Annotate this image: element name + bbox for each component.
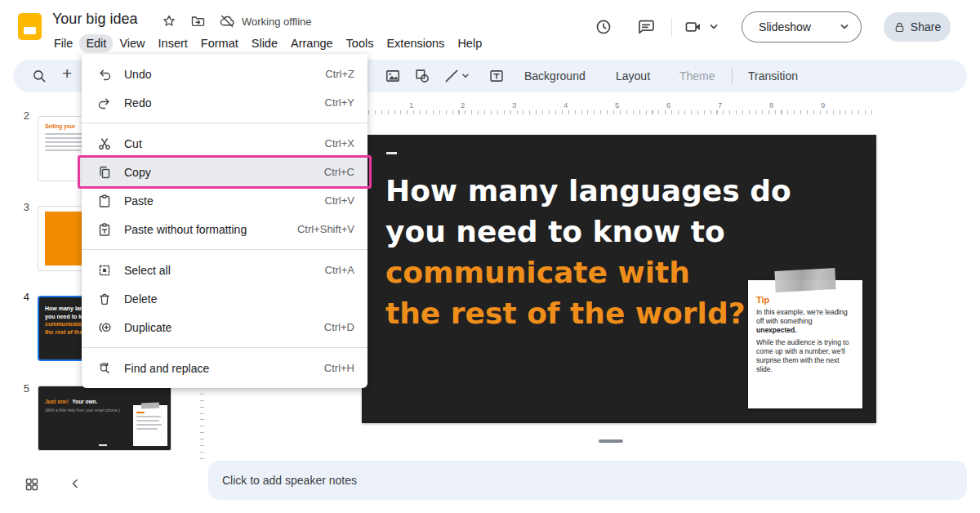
document-title[interactable]: Your big idea bbox=[52, 11, 137, 28]
redo-icon bbox=[96, 96, 113, 110]
lock-icon bbox=[893, 21, 906, 33]
menu-view[interactable]: View bbox=[113, 34, 151, 52]
menu-item-select-all[interactable]: Select all Ctrl+A bbox=[82, 256, 368, 284]
offline-status-text: Working offline bbox=[242, 16, 312, 28]
tip-paragraph-2: While the audience is trying to come up … bbox=[756, 338, 854, 374]
insert-line-icon[interactable] bbox=[443, 68, 460, 84]
menu-item-paste-without-formatting[interactable]: Paste without formatting Ctrl+Shift+V bbox=[82, 215, 368, 243]
menu-tools[interactable]: Tools bbox=[340, 34, 381, 52]
slide-dash-element[interactable] bbox=[386, 152, 397, 154]
layout-button[interactable]: Layout bbox=[608, 66, 658, 86]
topbar-divider bbox=[671, 18, 672, 36]
share-button[interactable]: Share bbox=[884, 12, 951, 42]
tip-card[interactable]: Tip In this example, we're leading off w… bbox=[748, 280, 862, 408]
edit-menu-popup: Undo Ctrl+Z Redo Ctrl+Y Cut Ctrl+X Copy … bbox=[82, 54, 368, 388]
heading-line: you need to know to bbox=[385, 212, 843, 252]
menu-file[interactable]: File bbox=[47, 34, 79, 52]
tip-paragraph-1: In this example, we're leading off with … bbox=[756, 308, 854, 335]
meet-chevron-icon[interactable] bbox=[709, 22, 727, 40]
copy-icon bbox=[96, 165, 113, 180]
insert-image-icon[interactable] bbox=[385, 68, 401, 84]
thumb2-text-bar bbox=[45, 141, 86, 143]
collapse-filmstrip-icon[interactable] bbox=[69, 477, 83, 492]
menu-extensions[interactable]: Extensions bbox=[380, 34, 451, 52]
thumb5-dash bbox=[99, 444, 107, 446]
speaker-notes-placeholder: Click to add speaker notes bbox=[222, 474, 357, 487]
horizontal-ruler: 1 2 3 4 5 6 7 8 9 bbox=[362, 100, 876, 114]
menu-divider bbox=[82, 123, 368, 123]
cut-icon bbox=[96, 136, 113, 151]
menu-item-find-and-replace[interactable]: Find and replace Ctrl+H bbox=[82, 354, 368, 382]
thumb5-heading-orange: Just one! bbox=[45, 399, 69, 404]
slide-thumbnail-5[interactable]: Just one! Your own. (With a little help … bbox=[38, 386, 172, 451]
share-label: Share bbox=[911, 20, 941, 33]
menu-item-paste[interactable]: Paste Ctrl+V bbox=[82, 186, 368, 215]
slide-number-2: 2 bbox=[15, 109, 29, 122]
slideshow-label: Slideshow bbox=[759, 20, 811, 33]
grid-view-icon[interactable] bbox=[24, 477, 39, 492]
slide-number-5: 5 bbox=[15, 382, 29, 395]
speaker-notes-input[interactable]: Click to add speaker notes bbox=[208, 461, 967, 500]
comments-icon[interactable] bbox=[637, 18, 655, 36]
thumb2-text-bar bbox=[45, 149, 81, 151]
google-slides-app: Your big idea Working offline File Edit … bbox=[0, 0, 980, 513]
menu-item-duplicate[interactable]: Duplicate Ctrl+D bbox=[82, 313, 368, 341]
canvas-scroll-indicator[interactable] bbox=[599, 439, 623, 443]
menu-help[interactable]: Help bbox=[451, 34, 488, 52]
theme-button[interactable]: Theme bbox=[671, 66, 724, 86]
insert-shape-icon[interactable] bbox=[414, 68, 430, 84]
menu-item-redo[interactable]: Redo Ctrl+Y bbox=[82, 88, 368, 117]
menu-item-delete[interactable]: Delete bbox=[82, 284, 368, 313]
tape-graphic bbox=[774, 268, 835, 292]
undo-icon bbox=[96, 67, 113, 82]
slide-number-4: 4 bbox=[15, 291, 29, 303]
toolbar-divider bbox=[732, 68, 733, 84]
line-chevron-icon[interactable] bbox=[461, 72, 478, 88]
menu-slide[interactable]: Slide bbox=[245, 34, 284, 52]
find-replace-icon bbox=[96, 361, 113, 376]
star-icon[interactable] bbox=[162, 14, 178, 30]
menu-divider bbox=[82, 249, 368, 250]
tip-title: Tip bbox=[756, 295, 854, 305]
paste-icon bbox=[96, 194, 113, 208]
version-history-icon[interactable] bbox=[595, 18, 612, 36]
move-folder-icon[interactable] bbox=[190, 14, 207, 30]
insert-textbox-icon[interactable] bbox=[488, 68, 505, 84]
menu-item-cut[interactable]: Cut Ctrl+X bbox=[82, 129, 368, 158]
meet-camera-icon[interactable] bbox=[684, 18, 702, 36]
thumb5-tip-card bbox=[133, 405, 167, 446]
menu-insert[interactable]: Insert bbox=[152, 34, 194, 52]
slideshow-button[interactable]: Slideshow bbox=[742, 11, 828, 42]
slide-canvas[interactable]: How many languages do you need to know t… bbox=[362, 135, 876, 423]
slide-number-3: 3 bbox=[15, 201, 29, 213]
zoom-icon[interactable] bbox=[31, 68, 47, 84]
cloud-offline-icon[interactable] bbox=[219, 14, 235, 30]
heading-line: How many languages do bbox=[385, 171, 843, 212]
menubar: File Edit View Insert Format Slide Arran… bbox=[47, 33, 488, 54]
thumb5-heading-white: Your own. bbox=[72, 399, 97, 404]
delete-icon bbox=[96, 292, 113, 306]
menu-item-undo[interactable]: Undo Ctrl+Z bbox=[82, 60, 368, 88]
menu-arrange[interactable]: Arrange bbox=[284, 34, 340, 52]
select-all-icon bbox=[96, 263, 113, 278]
new-slide-plus-icon[interactable]: + bbox=[62, 64, 72, 83]
menu-item-copy[interactable]: Copy Ctrl+C bbox=[82, 158, 368, 186]
slides-logo-icon[interactable] bbox=[18, 13, 42, 40]
menu-divider bbox=[82, 347, 368, 348]
paste-without-formatting-icon bbox=[96, 222, 113, 237]
menu-edit[interactable]: Edit bbox=[79, 34, 113, 52]
transition-button[interactable]: Transition bbox=[740, 66, 806, 86]
slideshow-dropdown-button[interactable] bbox=[827, 11, 862, 42]
slides-logo-inner bbox=[24, 27, 36, 34]
duplicate-icon bbox=[96, 320, 113, 335]
background-button[interactable]: Background bbox=[516, 66, 594, 86]
menu-format[interactable]: Format bbox=[194, 34, 245, 52]
thumb5-tape bbox=[141, 402, 159, 408]
chevron-down-icon bbox=[840, 22, 849, 32]
